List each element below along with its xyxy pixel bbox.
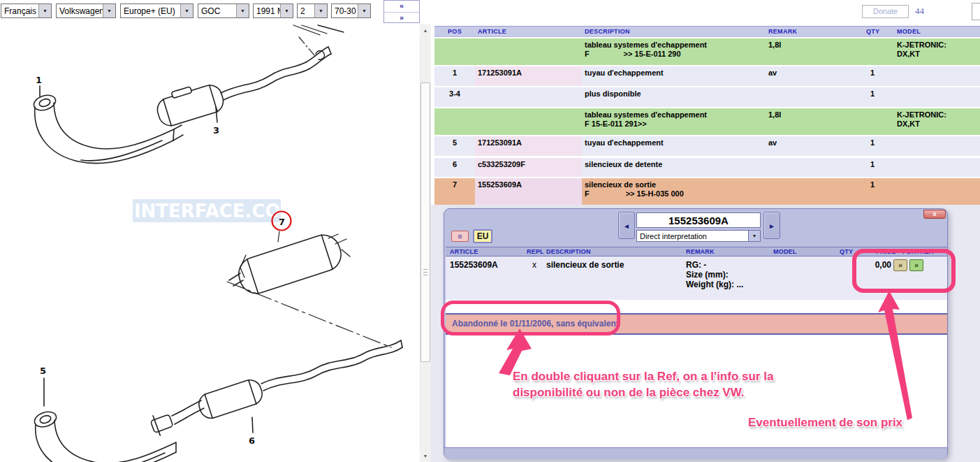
scroll-up-icon[interactable]: ▲ (420, 24, 431, 36)
cell-article[interactable]: 171253091A (475, 66, 582, 86)
chevron-down-icon[interactable]: ▼ (280, 4, 293, 17)
part-number-input[interactable] (636, 212, 761, 228)
muffler-3-drawing (153, 25, 344, 129)
cell-article (475, 108, 582, 135)
cell-article[interactable]: 171253091A (475, 136, 582, 156)
cell-article[interactable]: c533253209F (475, 158, 582, 177)
remark-weight: Weight (kg): ... (686, 280, 769, 289)
col-header-description: DESCRIPTION (582, 27, 766, 37)
table-row-selected[interactable]: 7 155253609A silencieux de sortieF >> 15… (434, 178, 980, 205)
muffler-6-drawing (183, 340, 402, 433)
model-value: GOC (198, 4, 236, 17)
cell-qty: 1 (863, 158, 894, 177)
col-header-price: PRICE (873, 247, 893, 257)
cell-article[interactable]: 155253609A (446, 257, 527, 300)
subgroup-select[interactable]: 70-30 ▼ (331, 3, 371, 18)
cell-model (894, 136, 980, 156)
main-group-select[interactable]: 2 ▼ (297, 3, 328, 18)
table-row[interactable]: 1 171253091A tuyau d'echappement av 1 (434, 66, 980, 86)
col-header-further: FURTHER (893, 247, 947, 257)
scrollbar-grip (423, 269, 427, 276)
prev-part-button[interactable]: ◄ (618, 212, 635, 239)
chevron-down-icon[interactable]: ▼ (236, 4, 249, 17)
dialog-status-bar (444, 447, 947, 459)
col-header-qty: QTY (835, 247, 873, 257)
detail-table-row[interactable]: 155253609A x silencieux de sortie RG: - … (446, 257, 947, 300)
cell-pos (434, 38, 475, 65)
etka-parts-catalog-window: Français ▼ Volkswagen ▼ Europe+ (EU) ▼ G… (0, 0, 980, 462)
chevron-down-icon[interactable]: ▼ (748, 231, 760, 241)
cell-remark (766, 158, 863, 177)
cell-pos: 1 (434, 66, 475, 86)
remark-size: Size (mm): (686, 270, 769, 280)
cell-repl: x (527, 257, 542, 300)
interpretation-value: Direct interpretation (637, 231, 748, 241)
cell-pos: 7 (434, 178, 475, 205)
cell-model-line1: K-JETRONIC: (897, 41, 980, 50)
callout-6-label[interactable]: 6 (249, 435, 255, 446)
chevron-down-icon[interactable]: ▼ (358, 4, 370, 17)
cell-desc-line1: plus disponible (582, 87, 766, 107)
table-row[interactable]: 6 c533253209F silencieux de detente 1 (434, 158, 980, 177)
col-header-repl: REPL (527, 247, 542, 257)
chevron-down-icon[interactable]: ▼ (314, 4, 327, 17)
interpretation-select[interactable]: Direct interpretation ▼ (636, 230, 761, 242)
cell-qty (863, 38, 894, 65)
chevron-down-icon[interactable]: ▼ (103, 4, 115, 17)
region-select[interactable]: Europe+ (EU) ▼ (120, 3, 193, 18)
cell-desc-line1: tableau systemes d'echappement (585, 41, 766, 50)
cell-desc-line2: F >> 15-E-011 290 (585, 50, 766, 59)
cell-model (894, 158, 980, 177)
table-row[interactable]: 3-4 plus disponible 1 (434, 87, 980, 107)
next-part-button[interactable]: ► (763, 212, 780, 239)
close-icon[interactable]: x (923, 210, 946, 219)
watermark-text: IFINTERFACE.COM (115, 201, 298, 222)
cell-model-line1: K-JETRONIC: (897, 110, 980, 120)
prev-page-button[interactable]: « (384, 1, 419, 13)
menu-icon[interactable]: ≡ (451, 231, 469, 242)
table-row[interactable]: tableau systemes d'echappementF >> 15-E-… (434, 38, 980, 65)
page-nav-box: « » (383, 0, 420, 23)
dialog-spacer (446, 300, 947, 313)
callout-5-label[interactable]: 5 (40, 366, 46, 376)
cell-desc-line1: silencieux de detente (582, 158, 766, 177)
detail-table-header: ARTICLE REPL DESCRIPTION REMARK MODEL QT… (446, 247, 947, 257)
cell-article[interactable]: 155253609A (475, 178, 582, 205)
chevron-down-icon[interactable]: ▼ (38, 4, 51, 17)
scroll-down-icon[interactable]: ▼ (420, 450, 431, 462)
col-header-article: ARTICLE (475, 27, 582, 37)
further-info-button[interactable]: » (909, 259, 923, 271)
col-header-model: MODEL (894, 27, 980, 37)
cell-qty: 1 (863, 66, 894, 86)
col-header-article: ARTICLE (446, 247, 527, 257)
year-select[interactable]: 1991 M ▼ (253, 3, 293, 18)
edge-partial-button[interactable] (972, 3, 980, 20)
brand-select[interactable]: Volkswagen ▼ (56, 3, 116, 18)
cell-remark: RG: - Size (mm): Weight (kg): ... (682, 257, 769, 300)
cell-pos: 5 (434, 136, 475, 156)
scrollbar-thumb[interactable] (420, 82, 430, 362)
callout-1-label[interactable]: 1 (36, 75, 42, 85)
cell-further: » » (893, 257, 947, 300)
table-row[interactable]: tableau systemes d'echappementF 15-E-011… (434, 108, 980, 135)
remark-rg: RG: - (686, 260, 769, 270)
language-select[interactable]: Français ▼ (1, 3, 52, 18)
col-header-pos: POS (434, 27, 475, 37)
cell-desc-line2: F >> 15-H-035 000 (585, 189, 766, 198)
cell-article (475, 87, 582, 107)
cell-description: silencieux de sortie (542, 257, 682, 300)
table-row[interactable]: 5 171253091A tuyau d'echappement av 1 (434, 136, 980, 156)
cell-pos: 6 (434, 158, 475, 177)
dialog-body-blank (446, 335, 947, 447)
cell-article (475, 38, 582, 65)
donate-button[interactable]: Donate (862, 5, 909, 18)
cell-model-line2: DX,KT (897, 120, 980, 129)
further-info-button[interactable]: » (893, 259, 907, 271)
cell-qty (863, 108, 894, 135)
region-eu-button[interactable]: EU (473, 229, 492, 243)
callout-3-label[interactable]: 3 (213, 125, 219, 136)
model-select[interactable]: GOC ▼ (198, 3, 249, 18)
chevron-down-icon[interactable]: ▼ (180, 4, 193, 17)
brand-value: Volkswagen (57, 4, 103, 17)
next-page-button[interactable]: » (384, 13, 419, 24)
